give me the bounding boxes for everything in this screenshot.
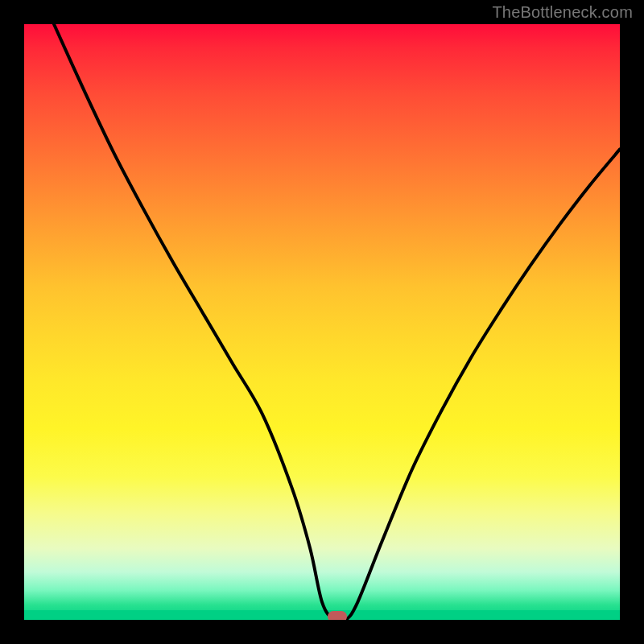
watermark-text: TheBottleneck.com xyxy=(492,3,633,22)
chart-frame: TheBottleneck.com xyxy=(0,0,644,644)
bottleneck-curve xyxy=(24,24,620,620)
plot-area xyxy=(24,24,620,620)
curve-minimum-marker xyxy=(328,611,347,620)
